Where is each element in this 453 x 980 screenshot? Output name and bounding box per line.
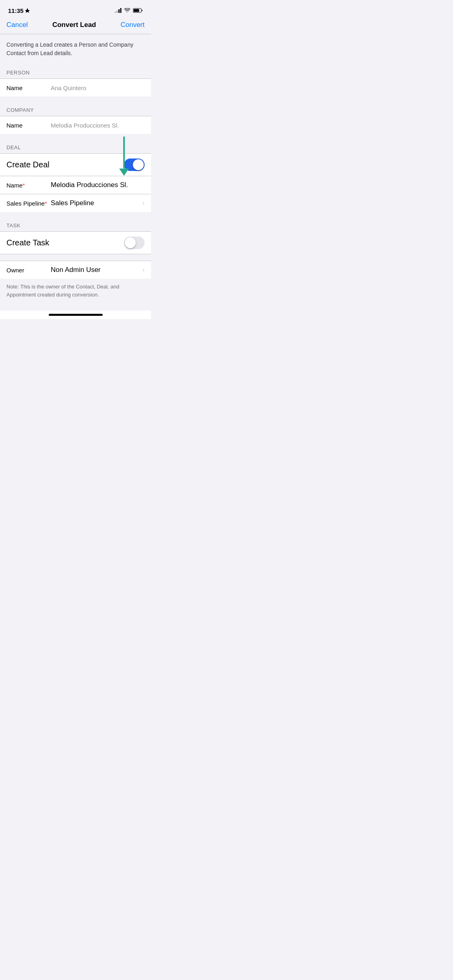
wifi-icon (124, 8, 130, 13)
owner-note: Note: This is the owner of the Contact, … (6, 284, 119, 298)
create-task-row: Create Task (0, 232, 151, 254)
svg-rect-6 (134, 9, 139, 12)
owner-label: Owner (6, 267, 51, 274)
person-name-value: Ana Quintero (51, 84, 145, 91)
page-title: Convert Lead (52, 21, 96, 29)
task-form-group: Create Task (0, 231, 151, 254)
owner-chevron: › (143, 266, 145, 274)
deal-name-label: Name* (6, 182, 51, 189)
company-name-label: Name (6, 122, 51, 129)
status-icons (115, 8, 143, 13)
owner-form-group: Owner Non Admin User › (0, 261, 151, 279)
signal-icon (115, 8, 122, 13)
svg-rect-4 (120, 8, 122, 13)
battery-icon (133, 8, 143, 13)
convert-button[interactable]: Convert (120, 21, 145, 29)
sales-pipeline-value: Sales Pipeline (51, 199, 140, 207)
task-section-header: TASK (0, 218, 151, 231)
owner-value: Non Admin User (51, 266, 140, 274)
deal-name-value: Melodia Producciones Sl. (51, 181, 145, 189)
create-task-toggle[interactable] (124, 237, 145, 249)
sales-pipeline-row[interactable]: Sales Pipeline* Sales Pipeline › (0, 194, 151, 212)
deal-name-row[interactable]: Name* Melodia Producciones Sl. (0, 176, 151, 194)
deal-section: DEAL Create Deal Name* Melodia Produccio… (0, 140, 151, 212)
status-time: 11:35 (8, 7, 30, 14)
person-section-header: PERSON (0, 66, 151, 78)
status-bar: 11:35 (0, 0, 151, 18)
nav-bar: Cancel Convert Lead Convert (0, 18, 151, 34)
sales-pipeline-label: Sales Pipeline* (6, 200, 51, 207)
create-deal-label: Create Deal (6, 160, 50, 169)
location-icon (25, 8, 30, 13)
info-section: Converting a Lead creates a Person and C… (0, 34, 151, 66)
person-name-label: Name (6, 84, 51, 91)
cancel-button[interactable]: Cancel (6, 21, 28, 29)
task-section: TASK Create Task (0, 218, 151, 254)
owner-section: Owner Non Admin User › Note: This is the… (0, 261, 151, 303)
svg-rect-3 (118, 9, 120, 13)
home-bar (49, 314, 103, 316)
person-name-row: Name Ana Quintero (0, 79, 151, 97)
owner-row[interactable]: Owner Non Admin User › (0, 261, 151, 279)
home-indicator (0, 311, 151, 319)
person-section: PERSON Name Ana Quintero (0, 66, 151, 97)
svg-rect-1 (115, 12, 116, 13)
company-form-group: Name Melodia Producciones Sl. (0, 116, 151, 134)
sales-pipeline-chevron: › (143, 200, 145, 207)
company-name-row: Name Melodia Producciones Sl. (0, 116, 151, 134)
company-name-value: Melodia Producciones Sl. (51, 122, 145, 129)
person-form-group: Name Ana Quintero (0, 78, 151, 97)
create-task-label: Create Task (6, 238, 49, 247)
info-description: Converting a Lead creates a Person and C… (6, 41, 133, 56)
svg-rect-2 (117, 10, 118, 13)
company-section-header: COMPANY (0, 103, 151, 116)
company-section: COMPANY Name Melodia Producciones Sl. (0, 103, 151, 134)
owner-note-section: Note: This is the owner of the Contact, … (0, 279, 151, 303)
